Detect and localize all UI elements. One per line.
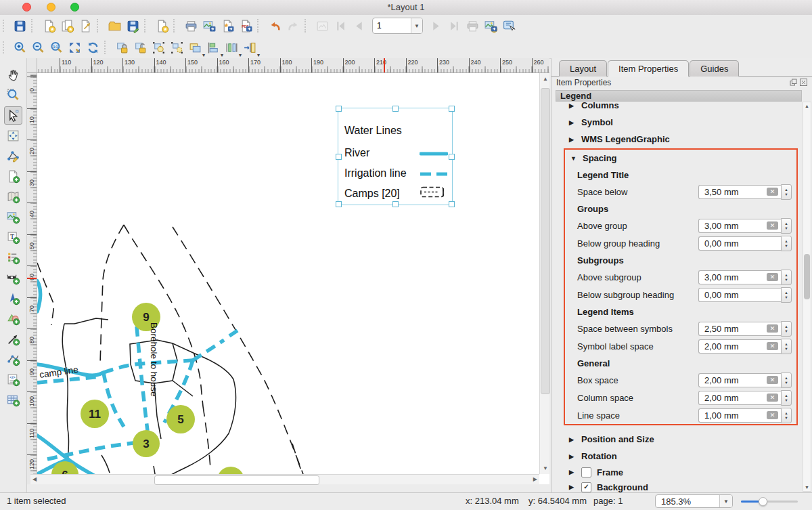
spinner-buttons[interactable]: ▲▼ — [781, 287, 792, 303]
spin-up-icon[interactable]: ▲ — [784, 188, 788, 192]
panel-scrollbar[interactable]: ▲ ▼ — [803, 102, 811, 492]
unlock-items-icon[interactable] — [131, 39, 150, 57]
atlas-settings-icon[interactable] — [500, 17, 518, 35]
export-svg-icon[interactable] — [219, 17, 237, 35]
undo-icon[interactable] — [266, 17, 284, 35]
selection-handle[interactable] — [449, 201, 455, 207]
add-north-arrow-icon[interactable] — [4, 289, 22, 307]
refresh-icon[interactable] — [84, 39, 102, 57]
group-items-icon[interactable] — [150, 39, 168, 57]
spin-up-icon[interactable]: ▲ — [784, 324, 788, 328]
add-html-icon[interactable]: </> — [4, 370, 22, 389]
atlas-page-combo[interactable]: ▼ — [372, 18, 423, 34]
move-content-icon[interactable] — [4, 127, 22, 145]
toolbar-grip[interactable] — [3, 20, 8, 32]
horizontal-scroll-thumb[interactable] — [154, 475, 319, 485]
vertical-scrollbar[interactable]: ▲ ▼ — [539, 73, 549, 474]
vertical-scroll-thumb[interactable] — [541, 88, 550, 394]
spin-down-icon[interactable]: ▼ — [784, 226, 788, 230]
spinner-buttons[interactable]: ▲▼ — [781, 339, 792, 354]
clear-value-icon[interactable]: ✕ — [767, 188, 778, 196]
spin-down-icon[interactable]: ▼ — [784, 381, 788, 385]
spin-down-icon[interactable]: ▼ — [784, 295, 788, 299]
add-legend-icon[interactable] — [4, 249, 22, 267]
clear-value-icon[interactable]: ✕ — [767, 324, 778, 333]
section-position-and-size[interactable]: ▶Position and Size — [556, 431, 802, 448]
selection-handle[interactable] — [336, 201, 342, 207]
raise-items-icon[interactable]: ▾ — [186, 39, 204, 57]
edit-nodes-icon[interactable] — [4, 147, 22, 165]
spinbox-value-field[interactable]: 0,00 mm — [698, 236, 781, 251]
spinbox-value-field[interactable]: 2,00 mm✕ — [698, 391, 781, 405]
zoom-full-icon[interactable] — [66, 39, 84, 57]
close-panel-icon[interactable] — [800, 79, 807, 86]
scroll-up-icon[interactable]: ▲ — [803, 104, 811, 108]
spinbox-value-field[interactable]: 2,00 mm✕ — [698, 373, 781, 387]
clear-value-icon[interactable]: ✕ — [767, 342, 778, 350]
float-panel-icon[interactable] — [790, 79, 797, 86]
spin-up-icon[interactable]: ▲ — [784, 394, 788, 398]
spinner-buttons[interactable]: ▲▼ — [781, 390, 792, 406]
tab-guides[interactable]: Guides — [690, 60, 739, 77]
spin-down-icon[interactable]: ▼ — [784, 398, 788, 402]
spinner-buttons[interactable]: ▲▼ — [781, 321, 792, 337]
clear-value-icon[interactable]: ✕ — [767, 411, 778, 419]
clear-value-icon[interactable]: ✕ — [767, 394, 778, 402]
spin-down-icon[interactable]: ▼ — [784, 244, 788, 248]
spin-up-icon[interactable]: ▲ — [784, 291, 788, 295]
add-scalebar-icon[interactable] — [4, 269, 22, 287]
spinner-buttons[interactable]: ▲▼ — [781, 408, 792, 423]
open-folder-icon[interactable] — [106, 17, 124, 35]
clear-value-icon[interactable]: ✕ — [767, 221, 778, 230]
spin-down-icon[interactable]: ▼ — [784, 278, 788, 282]
selection-handle[interactable] — [392, 106, 399, 112]
section-spacing[interactable]: ▼ Spacing — [565, 150, 796, 167]
spin-down-icon[interactable]: ▼ — [784, 329, 788, 333]
spinner-buttons[interactable]: ▲▼ — [781, 373, 792, 388]
zoom-slider-handle[interactable] — [759, 497, 767, 506]
add-label-icon[interactable]: T — [4, 228, 22, 247]
spinbox-value-field[interactable]: 1,00 mm✕ — [698, 408, 781, 423]
selection-handle[interactable] — [336, 154, 342, 160]
spin-up-icon[interactable]: ▲ — [784, 221, 788, 226]
spin-up-icon[interactable]: ▲ — [784, 411, 788, 415]
spinbox-value-field[interactable]: 3,00 mm✕ — [698, 270, 781, 284]
scroll-down-icon[interactable]: ▼ — [543, 464, 548, 473]
background-checkbox[interactable]: ✓ — [581, 482, 591, 492]
spinbox-value-field[interactable]: 2,00 mm✕ — [698, 339, 781, 354]
spin-down-icon[interactable]: ▼ — [784, 347, 788, 351]
add-map-icon[interactable] — [4, 188, 22, 206]
tab-item-properties[interactable]: Item Properties — [608, 60, 689, 77]
spin-up-icon[interactable]: ▲ — [784, 273, 788, 277]
zoom-tool-icon[interactable] — [4, 86, 22, 104]
scroll-down-icon[interactable]: ▼ — [803, 485, 811, 490]
scroll-right-icon[interactable]: ▶ — [533, 475, 537, 484]
zoom-out-icon[interactable] — [29, 39, 47, 57]
select-icon[interactable] — [4, 106, 22, 125]
export-pdf-icon[interactable]: PDF — [237, 17, 255, 35]
selection-handle[interactable] — [392, 201, 399, 207]
selection-handle[interactable] — [449, 154, 455, 160]
spin-down-icon[interactable]: ▼ — [784, 416, 788, 420]
spin-up-icon[interactable]: ▲ — [784, 239, 788, 243]
spinbox-value-field[interactable]: 3,00 mm✕ — [698, 219, 781, 233]
zoom-slider[interactable] — [741, 501, 798, 503]
add-table-icon[interactable] — [4, 391, 22, 409]
export-image-icon[interactable] — [200, 17, 219, 35]
spin-up-icon[interactable]: ▲ — [784, 376, 788, 380]
print-icon[interactable] — [182, 17, 200, 35]
spinbox-value-field[interactable]: 2,50 mm✕ — [698, 322, 781, 336]
panel-scroll-thumb[interactable] — [804, 254, 810, 299]
distribute-items-icon[interactable]: ▾ — [223, 39, 241, 57]
tab-layout[interactable]: Layout — [559, 60, 607, 77]
clear-value-icon[interactable]: ✕ — [767, 273, 778, 281]
pan-icon[interactable] — [4, 66, 22, 84]
add-shape-icon[interactable] — [4, 310, 22, 328]
new-layout-icon[interactable] — [40, 17, 58, 35]
zoom-actual-icon[interactable]: 1:1 — [47, 39, 66, 57]
zoom-in-icon[interactable] — [11, 39, 29, 57]
section-frame[interactable]: ▶Frame — [556, 465, 802, 480]
spinner-buttons[interactable]: ▲▼ — [781, 184, 792, 200]
spinner-buttons[interactable]: ▲▼ — [781, 218, 792, 234]
add-node-item-icon[interactable] — [4, 350, 22, 368]
